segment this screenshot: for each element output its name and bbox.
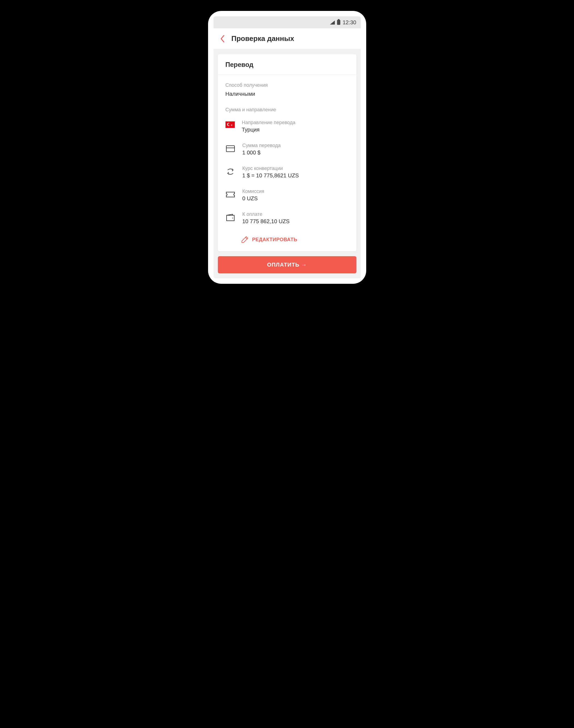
battery-icon [337, 20, 340, 25]
amount-row: Сумма перевода 1 000 $ [218, 138, 357, 161]
direction-label: Направление перевода [242, 120, 349, 125]
total-label: К оплате [242, 212, 349, 217]
pay-label: ОПЛАТИТЬ → [267, 262, 307, 268]
svg-point-2 [232, 218, 233, 219]
transfer-card: Перевод Способ получения Наличными Сумма… [218, 54, 357, 251]
edit-button[interactable]: РЕДАКТИРОВАТЬ [218, 229, 357, 248]
pencil-icon [241, 236, 248, 243]
exchange-icon [226, 167, 235, 177]
amount-label: Сумма перевода [242, 143, 349, 148]
wallet-icon [226, 213, 235, 222]
rate-row: Курс конвертации 1 $ = 10 775,8621 UZS [218, 161, 357, 184]
rate-value: 1 $ = 10 775,8621 UZS [242, 173, 349, 179]
svg-rect-0 [226, 146, 235, 152]
signal-icon [330, 21, 335, 25]
edit-label: РЕДАКТИРОВАТЬ [252, 237, 297, 242]
card-icon [226, 144, 235, 154]
page-title: Проверка данных [232, 34, 294, 43]
back-button[interactable] [220, 35, 225, 43]
direction-value: Турция [242, 127, 349, 133]
svg-line-3 [245, 237, 247, 239]
status-time: 12:30 [342, 20, 356, 26]
receive-method-value: Наличными [226, 91, 349, 97]
phone-frame: 12:30 Проверка данных Перевод Способ пол… [208, 11, 366, 284]
status-bar: 12:30 [213, 16, 361, 28]
commission-row: Комиссия 0 UZS [218, 184, 357, 206]
chevron-left-icon [220, 35, 225, 43]
pay-button[interactable]: ОПЛАТИТЬ → [218, 256, 357, 273]
total-value: 10 775 862,10 UZS [242, 218, 349, 225]
direction-row: ★ Направление перевода Турция [218, 115, 357, 138]
amount-section-label: Сумма и направление [218, 97, 357, 115]
screen: 12:30 Проверка данных Перевод Способ пол… [213, 16, 361, 278]
commission-label: Комиссия [242, 189, 349, 194]
total-row: К оплате 10 775 862,10 UZS [218, 206, 357, 229]
turkey-flag-icon: ★ [226, 121, 235, 128]
commission-value: 0 UZS [242, 195, 349, 202]
card-title: Перевод [218, 54, 357, 75]
rate-label: Курс конвертации [242, 166, 349, 171]
content: Перевод Способ получения Наличными Сумма… [213, 49, 361, 278]
receive-method-label: Способ получения [226, 82, 349, 88]
header: Проверка данных [213, 28, 361, 49]
receive-method-section: Способ получения Наличными [218, 75, 357, 97]
ticket-icon [226, 190, 235, 199]
amount-value: 1 000 $ [242, 150, 349, 156]
